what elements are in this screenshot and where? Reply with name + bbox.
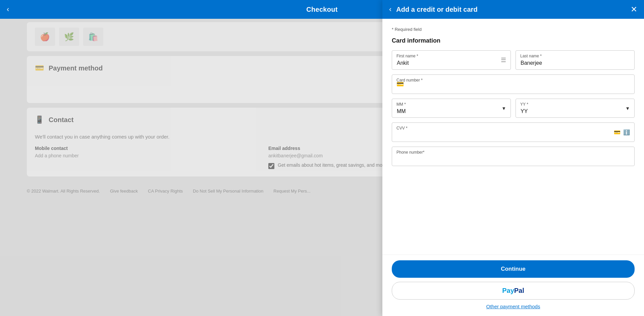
product-thumb-3: 🛍️ xyxy=(83,28,103,46)
footer-ca-privacy[interactable]: CA Privacy Rights xyxy=(148,189,183,194)
mm-select[interactable]: MM 01020304 05060708 09101112 xyxy=(392,99,511,118)
payment-title-group: 💳 Payment method xyxy=(35,64,103,72)
paypal-button[interactable]: PayPal xyxy=(392,282,635,300)
footer-do-not-sell[interactable]: Do Not Sell My Personal Information xyxy=(193,189,263,194)
add-card-panel: ‹ Add a credit or debit card ✕ * Require… xyxy=(382,0,644,316)
paypal-blue-text: Pay xyxy=(502,287,514,294)
yy-field: YY * YY 2024202520262027 202820292030203… xyxy=(516,99,635,118)
card-number-field: Card number * 💳 xyxy=(392,74,635,94)
panel-body: * Required field Card information First … xyxy=(382,19,644,255)
mm-field: MM * MM 01020304 05060708 09101112 ▼ xyxy=(392,99,511,118)
first-name-field: First name * ☰ xyxy=(392,50,511,70)
header-back-button[interactable]: ‹ xyxy=(7,5,9,14)
first-name-input[interactable] xyxy=(392,50,511,70)
panel-back-button[interactable]: ‹ xyxy=(389,5,391,14)
product-thumb-1: 🍎 xyxy=(35,28,55,46)
footer-copyright: © 2022 Walmart. All Rights Reserved. xyxy=(27,189,100,194)
mobile-contact-field: Mobile contact Add a phone number xyxy=(35,146,262,169)
contact-title: Contact xyxy=(49,116,73,124)
paypal-dark-text: Pal xyxy=(514,287,524,294)
card-number-row: Card number * 💳 xyxy=(392,74,635,94)
contact-icon: 📱 xyxy=(35,115,44,124)
cvv-info-icon: ℹ️ xyxy=(623,129,630,136)
panel-header: ‹ Add a credit or debit card ✕ xyxy=(382,0,644,19)
contact-description: We'll contact you in case anything comes… xyxy=(35,134,169,140)
mobile-contact-value: Add a phone number xyxy=(35,153,262,158)
continue-card-button[interactable]: Continue xyxy=(392,260,635,278)
cvv-input[interactable] xyxy=(392,122,635,142)
paypal-text: PayPal xyxy=(502,287,524,295)
panel-title: Add a credit or debit card xyxy=(396,6,626,13)
name-row: First name * ☰ Last name * xyxy=(392,50,635,70)
last-name-field: Last name * xyxy=(516,50,635,70)
product-thumb-2: 🌿 xyxy=(59,28,79,46)
last-name-input[interactable] xyxy=(516,50,635,70)
cvv-row: CVV * 💳 ℹ️ xyxy=(392,122,635,142)
card-info-title: Card information xyxy=(392,37,635,44)
page-title: Checkout xyxy=(306,6,338,13)
required-note: * Required field xyxy=(392,27,635,32)
panel-actions: Continue PayPal Other payment methods xyxy=(382,255,644,316)
cvv-card-icon: 💳 xyxy=(614,129,621,136)
card-number-input[interactable] xyxy=(392,74,635,94)
card-number-icon: 💳 xyxy=(396,81,404,88)
footer-give-feedback[interactable]: Give feedback xyxy=(110,189,138,194)
footer-request[interactable]: Request My Pers... xyxy=(273,189,311,194)
email-checkbox[interactable] xyxy=(268,163,274,169)
phone-input[interactable] xyxy=(392,147,635,166)
email-checkbox-label: Get emails about hot items, great saving… xyxy=(278,162,387,168)
payment-icon: 💳 xyxy=(35,64,44,72)
phone-row: Phone number* xyxy=(392,147,635,166)
payment-title: Payment method xyxy=(49,64,103,72)
expiry-row: MM * MM 01020304 05060708 09101112 ▼ YY … xyxy=(392,99,635,118)
cvv-icons: 💳 ℹ️ xyxy=(614,129,630,136)
contact-title-group: 📱 Contact xyxy=(35,115,73,124)
other-payment-button[interactable]: Other payment methods xyxy=(392,304,635,309)
phone-field: Phone number* xyxy=(392,147,635,166)
cvv-field: CVV * 💳 ℹ️ xyxy=(392,122,635,142)
panel-close-button[interactable]: ✕ xyxy=(631,5,637,14)
yy-select[interactable]: YY 2024202520262027 2028202920302031 xyxy=(516,99,635,118)
mobile-contact-label: Mobile contact xyxy=(35,146,262,151)
